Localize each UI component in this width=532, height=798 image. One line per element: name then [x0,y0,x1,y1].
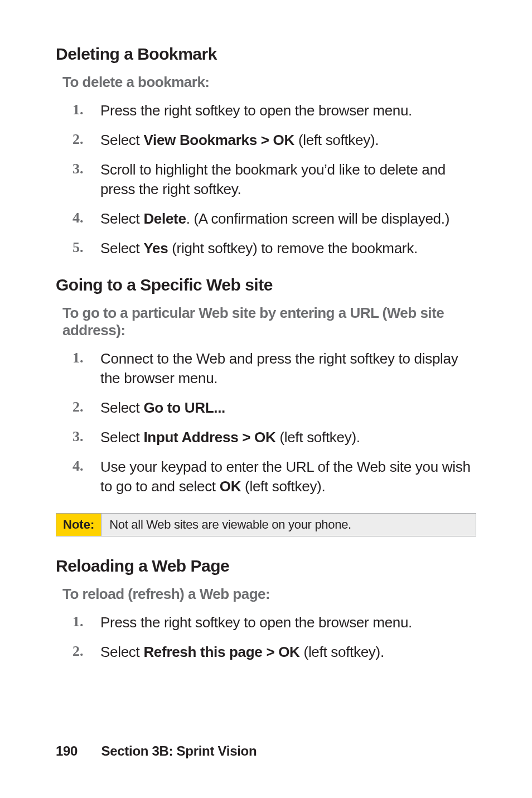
step-number: 1. [72,350,100,366]
step-text: Use your keypad to enter the URL of the … [100,457,476,496]
page-number: 190 [56,743,78,758]
step: 1. Press the right softkey to open the b… [72,613,476,632]
lead-going-to-website: To go to a particular Web site by enteri… [62,304,476,339]
page-footer: 190 Section 3B: Sprint Vision [56,743,257,759]
lead-reloading-webpage: To reload (refresh) a Web page: [62,586,476,603]
lead-deleting-bookmark: To delete a bookmark: [62,74,476,91]
step: 5. Select Yes (right softkey) to remove … [72,239,476,258]
step-number: 1. [72,613,100,630]
step: 3. Select Input Address > OK (left softk… [72,428,476,447]
heading-going-to-website: Going to a Specific Web site [56,275,476,294]
step-text: Select View Bookmarks > OK (left softkey… [100,130,476,150]
step-text: Select Delete. (A confirmation screen wi… [100,209,476,229]
step-text: Connect to the Web and press the right s… [100,349,476,388]
section-label: Section 3B: Sprint Vision [101,743,257,758]
step-text: Press the right softkey to open the brow… [100,101,476,120]
step-number: 1. [72,101,100,118]
step-number: 3. [72,428,100,445]
step-text: Select Yes (right softkey) to remove the… [100,239,476,258]
step-number: 2. [72,399,100,415]
step-number: 4. [72,458,100,475]
step-number: 5. [72,239,100,256]
step: 4. Use your keypad to enter the URL of t… [72,457,476,496]
step-number: 2. [72,643,100,660]
step: 3. Scroll to highlight the bookmark you’… [72,160,476,199]
step-text: Select Refresh this page > OK (left soft… [100,642,476,662]
note-label: Note: [56,514,101,536]
note-text: Not all Web sites are viewable on your p… [101,514,476,536]
heading-reloading-webpage: Reloading a Web Page [56,557,476,575]
step-text: Press the right softkey to open the brow… [100,613,476,632]
step: 2. Select Refresh this page > OK (left s… [72,642,476,662]
steps-reloading-webpage: 1. Press the right softkey to open the b… [56,613,476,662]
steps-deleting-bookmark: 1. Press the right softkey to open the b… [56,101,476,259]
page: Deleting a Bookmark To delete a bookmark… [0,0,532,798]
step-text: Select Input Address > OK (left softkey)… [100,428,476,447]
step-number: 2. [72,131,100,148]
step-text: Scroll to highlight the bookmark you’d l… [100,160,476,199]
step: 2. Select Go to URL... [72,398,476,418]
step: 4. Select Delete. (A confirmation screen… [72,209,476,229]
step: 2. Select View Bookmarks > OK (left soft… [72,130,476,150]
step: 1. Connect to the Web and press the righ… [72,349,476,388]
step-text: Select Go to URL... [100,398,476,418]
heading-deleting-bookmark: Deleting a Bookmark [56,45,476,64]
step-number: 3. [72,161,100,177]
note-box: Note: Not all Web sites are viewable on … [56,513,476,536]
steps-going-to-website: 1. Connect to the Web and press the righ… [56,349,476,497]
step: 1. Press the right softkey to open the b… [72,101,476,120]
step-number: 4. [72,210,100,226]
